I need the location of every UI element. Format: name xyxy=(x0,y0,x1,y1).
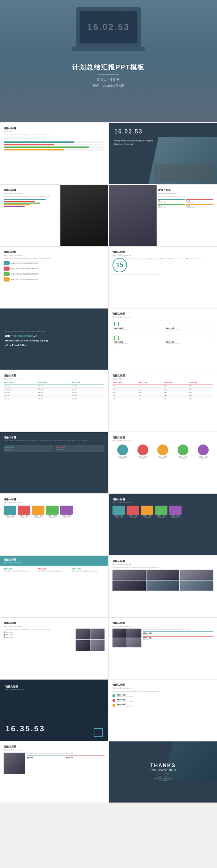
sh16: 请输入标题 xyxy=(112,683,213,687)
sh12: 请输入标题 xyxy=(112,498,213,501)
ss11: 请输入小标题 Describing title xyxy=(4,502,105,503)
slide-notebook: 请输入标题 请输入小标题 Describing title Lorem ipsu… xyxy=(0,741,108,803)
slide-features-4: 请输入标题 请输入小标题 Describing title 请输入小标题 请输入… xyxy=(109,309,217,370)
arrow-item-1: 01 请输入内容文字点击此处更改描述内容文字 xyxy=(4,261,105,265)
sh10: 请输入标题 xyxy=(112,436,213,439)
clock-overlay: 16.02.53 xyxy=(114,128,142,135)
slide-tiles-light: 请输入标题 请输入小标题 Describing title 请输入小标题 con… xyxy=(0,494,108,555)
bar3 xyxy=(4,146,105,148)
cover-date: 时间：2018年X月X日 xyxy=(72,84,145,88)
row-10: 16.35.53 请输入标题 请输入小标题 Describing title 请… xyxy=(0,680,217,741)
row-5: 请输入标题 请输入小标题 Describing title 请输入小标题 请输入… xyxy=(0,370,217,431)
arrow-item-4: 04 请输入内容文字点击此处更改描述内容文字 xyxy=(4,277,105,282)
feat-2: 请输入小标题 请输入内容文字点击此处更改 xyxy=(164,320,214,332)
ss4: 请输入小标题 Describing title xyxy=(4,254,105,256)
sh15: 请输入标题 xyxy=(112,621,213,625)
slide-photo-grid: 请输入标题 请输入小标题 Describing title Lorem ipsu… xyxy=(109,556,217,617)
sh14: 请输入标题 xyxy=(4,621,105,625)
ss2: 请输入小标题 Describing title xyxy=(4,192,56,194)
ss15: 请输入小标题 Describing title xyxy=(112,625,213,627)
ss5: 请输入小标题 Describing title xyxy=(112,254,213,256)
ss1: 请输入小标题 xyxy=(4,131,105,132)
quote-overlay: Making money is art and working is art a… xyxy=(114,139,158,145)
arrow-item-2: 02 请输入内容文字点击此处更改描述内容文字 xyxy=(4,267,105,271)
clock-bg: 16.02.53 xyxy=(87,22,129,32)
sh3: 请输入标题 xyxy=(158,188,213,192)
watching-text: FOR WATCHING xyxy=(150,769,176,772)
row-2: 请输入标题 请输入小标题 Describing title Lorem ipsu… xyxy=(0,185,217,246)
sh1: 请输入标题 xyxy=(4,127,105,130)
row-6: 请输入标题 and the only way to be truly satis… xyxy=(0,432,217,493)
bar1 xyxy=(4,141,105,143)
slide-teal-header: 请输入标题 请输入小标题 Describing title 请输入小标题 请输入… xyxy=(0,556,108,617)
slide-table-right: 请输入标题 请输入小标题 Describing title 请输入小标题 请输入… xyxy=(109,370,217,431)
circle-red: 请输入小标题 content xyxy=(137,444,148,459)
slide-arrow-list: 请输入标题 请输入小标题 Describing title Lorem ipsu… xyxy=(0,247,108,308)
quote-text: Making money is art and working is art a… xyxy=(114,139,158,145)
page-container: 16.02.53 计划总结汇报PPT模板 汇报人：千图网 时间：2018年X月X… xyxy=(0,0,217,803)
slide-thanks: THANKS FOR WATCHING 汇报人：XXX 使用PPT模板，感谢您的… xyxy=(109,741,217,803)
row-7: 请输入标题 请输入小标题 Describing title 请输入小标题 con… xyxy=(0,494,217,555)
arrow-item-3: 03 请输入内容文字点击此处更改描述内容文字 xyxy=(4,272,105,276)
slide-table-left: 请输入标题 请输入小标题 Describing title 请输入小标题 请输入… xyxy=(0,370,108,431)
slide-circles: 请输入标题 请输入小标题 Describing title 请输入小标题 con… xyxy=(109,432,217,493)
slide-quote: Thy personal was due to keep trying and … xyxy=(0,309,108,370)
lorem2: 请输入内容文字点击此处更改描述内容文字点击此处更改描述内容文字点击此处更改描述 xyxy=(4,137,105,139)
slide-dark-laptop: 16.02.53 Making money is art and working… xyxy=(109,123,217,184)
feat-3: 请输入小标题 请输入内容文字点击此处更改 xyxy=(112,334,162,346)
cover-divider xyxy=(98,75,119,75)
ss6: 请输入小标题 Describing title xyxy=(112,316,213,318)
ss3: 请输入小标题 Describing title xyxy=(158,192,213,194)
text-col: 请输入标题 请输入小标题 Describing title Lorem ipsu… xyxy=(0,185,59,212)
ss16: 请输入小标题 Describing title xyxy=(112,687,213,689)
screen-inner: 16.02.53 xyxy=(80,11,137,43)
bars-container xyxy=(4,141,105,150)
ss8: 请输入小标题 Describing title xyxy=(112,378,213,380)
headphones-photo xyxy=(60,185,108,246)
ss13: 请输入小标题 Describing title xyxy=(112,563,213,565)
slide-photo-text: 请输入标题 请输入小标题 Describing title Lorem ipsu… xyxy=(109,618,217,679)
slide-headphones: 请输入标题 请输入小标题 Describing title Lorem ipsu… xyxy=(0,185,108,246)
sh2: 请输入标题 xyxy=(4,188,56,192)
lorem5: Lorem ipsum dolor sit amet consectetur a… xyxy=(4,258,105,260)
lorem4: 请输入内容文字点击此处更改描述内容文字点击此处更改 xyxy=(158,196,213,197)
bar2 xyxy=(4,144,105,145)
laptop-base xyxy=(72,47,145,51)
sh6: 请输入标题 xyxy=(112,312,213,316)
slide-dot-list: 请输入标题 请输入小标题 Describing title Lorem ipsu… xyxy=(109,680,217,741)
sh5: 请输入标题 xyxy=(112,250,213,254)
quote-small: Thy personal was due to keep trying and … xyxy=(5,330,103,332)
feat-1: 请输入小标题 请输入内容文字点击此处更改 xyxy=(112,320,162,332)
lorem3: Lorem ipsum dolor sit amet consectetur a… xyxy=(4,196,56,197)
row-11: 请输入标题 请输入小标题 Describing title Lorem ipsu… xyxy=(0,741,217,803)
row-3: 请输入标题 请输入小标题 Describing title Lorem ipsu… xyxy=(0,247,217,308)
row-1: 请输入标题 请输入小标题 Lorem ipsum dolor sit amet … xyxy=(0,123,217,184)
slide-dark-clock: 16.35.53 请输入标题 请输入小标题 Describing title xyxy=(0,680,108,741)
ss10: 请输入小标题 Describing title xyxy=(112,440,213,442)
sh13: 请输入标题 xyxy=(112,559,213,563)
slide-text-bars: 请输入标题 请输入小标题 Lorem ipsum dolor sit amet … xyxy=(0,123,108,184)
slide-number: 请输入标题 请输入小标题 Describing title 15 Making … xyxy=(109,247,217,308)
slide-dark-desc: 请输入标题 and the only way to be truly satis… xyxy=(0,432,108,493)
bar4 xyxy=(4,149,105,150)
cover-title: 计划总结汇报PPT模板 xyxy=(72,63,145,72)
slide-text-photos: 请输入标题 请输入小标题 Describing title Lorem ipsu… xyxy=(0,618,108,679)
text-col2: 请输入标题 请输入小标题 Describing title 请输入内容文字点击此… xyxy=(154,185,217,212)
cover-content: 计划总结汇报PPT模板 汇报人：千图网 时间：2018年X月X日 xyxy=(72,63,145,88)
keyboard-texture xyxy=(154,164,215,182)
ss12: 请输入小标题 Describing title xyxy=(112,502,213,503)
sh11: 请输入标题 xyxy=(4,498,105,501)
thanks-text: THANKS xyxy=(150,762,176,768)
lorem1: Lorem ipsum dolor sit amet consectetur a… xyxy=(4,134,105,136)
circle-orange: 请输入小标题 content xyxy=(157,444,168,459)
ss7: 请输入小标题 Describing title xyxy=(4,378,105,380)
laptop-photo2 xyxy=(109,185,157,246)
slide-laptop-right: 请输入标题 请输入小标题 Describing title 请输入内容文字点击此… xyxy=(109,185,217,246)
row-4: Thy personal was due to keep trying and … xyxy=(0,309,217,370)
ss14: 请输入小标题 Describing title xyxy=(4,625,105,627)
cover-reporter: 汇报人：千图网 xyxy=(72,78,145,82)
sh7: 请输入标题 xyxy=(4,374,105,378)
sh4: 请输入标题 xyxy=(4,250,105,254)
row-9: 请输入标题 请输入小标题 Describing title Lorem ipsu… xyxy=(0,618,217,679)
sh8: 请输入标题 xyxy=(112,374,213,378)
